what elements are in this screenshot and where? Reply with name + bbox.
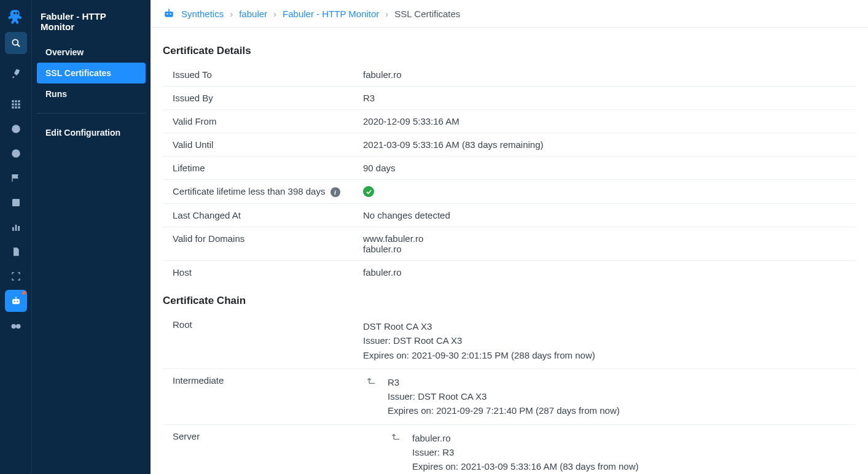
svg-rect-6 bbox=[15, 103, 17, 105]
svg-point-18 bbox=[14, 301, 15, 302]
info-icon[interactable]: i bbox=[330, 187, 340, 197]
label: Certificate lifetime less than 398 days … bbox=[163, 180, 353, 204]
svg-point-12 bbox=[12, 149, 20, 158]
chain-expires: Expires on: 2021-09-30 2:01:15 PM (288 d… bbox=[363, 348, 846, 362]
table-row: Host fabuler.ro bbox=[163, 261, 856, 284]
value: www.fabuler.ro fabuler.ro bbox=[353, 227, 856, 261]
sidebar-title: Fabuler - HTTP Monitor bbox=[32, 7, 151, 42]
certificate-chain-title: Certificate Chain bbox=[163, 295, 856, 307]
table-row: Valid for Domains www.fabuler.ro fabuler… bbox=[163, 227, 856, 261]
domain-value: www.fabuler.ro bbox=[363, 233, 846, 244]
label: Root bbox=[163, 313, 353, 368]
label: Valid Until bbox=[163, 133, 353, 157]
grid-icon[interactable] bbox=[5, 93, 27, 115]
certificate-chain-table: Root DST Root CA X3 Issuer: DST Root CA … bbox=[163, 313, 856, 474]
label: Valid for Domains bbox=[163, 227, 353, 261]
chain-expires: Expires on: 2021-03-09 5:33:16 AM (83 da… bbox=[412, 459, 639, 473]
page-icon[interactable] bbox=[5, 241, 27, 263]
table-row: Lifetime 90 days bbox=[163, 157, 856, 180]
value: fabuler.ro bbox=[353, 63, 856, 87]
label: Issued By bbox=[163, 87, 353, 110]
chevron-right-icon: › bbox=[273, 9, 276, 19]
label-text: Certificate lifetime less than 398 days bbox=[173, 186, 325, 196]
svg-rect-3 bbox=[15, 100, 17, 102]
svg-rect-4 bbox=[18, 100, 20, 102]
sidebar: Fabuler - HTTP Monitor Overview SSL Cert… bbox=[32, 0, 151, 474]
chevron-right-icon: › bbox=[230, 9, 233, 19]
label: Host bbox=[163, 261, 353, 284]
chain-name: R3 bbox=[388, 375, 620, 389]
chain-name: fabuler.ro bbox=[412, 431, 639, 445]
value: DST Root CA X3 Issuer: DST Root CA X3 Ex… bbox=[353, 313, 856, 368]
svg-rect-15 bbox=[15, 225, 17, 231]
chevron-right-icon: › bbox=[385, 9, 388, 19]
value: fabuler.ro Issuer: R3 Expires on: 2021-0… bbox=[353, 424, 856, 474]
domain-value: fabuler.ro bbox=[363, 244, 846, 254]
breadcrumb: Synthetics › fabuler › Fabuler - HTTP Mo… bbox=[151, 0, 868, 28]
icon-rail bbox=[0, 0, 32, 474]
breadcrumb-icon bbox=[163, 7, 175, 20]
svg-point-24 bbox=[166, 14, 168, 15]
value: 2021-03-09 5:33:16 AM (83 days remaining… bbox=[353, 133, 856, 157]
table-row: Last Changed At No changes detected bbox=[163, 204, 856, 227]
sidebar-item-edit-config[interactable]: Edit Configuration bbox=[37, 122, 146, 143]
svg-rect-14 bbox=[12, 227, 14, 231]
svg-rect-20 bbox=[15, 297, 17, 299]
svg-rect-17 bbox=[12, 299, 20, 304]
binoculars-icon[interactable] bbox=[5, 314, 27, 336]
breadcrumb-current: SSL Certificates bbox=[394, 9, 460, 19]
svg-rect-26 bbox=[168, 9, 170, 12]
value: R3 Issuer: DST Root CA X3 Expires on: 20… bbox=[353, 368, 856, 424]
table-row: Server fabuler.ro Issuer: R3 Expires on:… bbox=[163, 424, 856, 474]
svg-point-11 bbox=[12, 125, 20, 133]
svg-rect-7 bbox=[18, 103, 20, 105]
label: Server bbox=[163, 424, 353, 474]
rocket-icon[interactable] bbox=[5, 63, 27, 85]
logo-icon[interactable] bbox=[5, 6, 27, 28]
label: Last Changed At bbox=[163, 204, 353, 227]
svg-point-19 bbox=[17, 301, 18, 302]
table-row: Valid Until 2021-03-09 5:33:16 AM (83 da… bbox=[163, 133, 856, 157]
table-row: Valid From 2020-12-09 5:33:16 AM bbox=[163, 110, 856, 133]
certificate-details-table: Issued To fabuler.ro Issued By R3 Valid … bbox=[163, 63, 856, 284]
chain-issuer: Issuer: DST Root CA X3 bbox=[388, 389, 620, 403]
scan-icon[interactable] bbox=[5, 265, 27, 287]
value: R3 bbox=[353, 87, 856, 110]
label: Issued To bbox=[163, 63, 353, 87]
svg-point-22 bbox=[16, 324, 21, 329]
globe-icon[interactable] bbox=[5, 118, 27, 140]
sidebar-divider bbox=[37, 113, 146, 114]
svg-line-1 bbox=[17, 44, 20, 47]
synthetics-icon[interactable] bbox=[5, 290, 27, 312]
svg-rect-5 bbox=[12, 103, 14, 105]
main-content: Synthetics › fabuler › Fabuler - HTTP Mo… bbox=[151, 0, 868, 474]
table-row: Intermediate R3 Issuer: DST Root CA X3 E… bbox=[163, 368, 856, 424]
svg-rect-10 bbox=[18, 106, 20, 108]
table-row: Issued By R3 bbox=[163, 87, 856, 110]
alert-icon[interactable] bbox=[5, 142, 27, 165]
barchart-icon[interactable] bbox=[5, 216, 27, 238]
sidebar-item-overview[interactable]: Overview bbox=[37, 42, 146, 63]
svg-rect-13 bbox=[12, 199, 20, 206]
value: fabuler.ro bbox=[353, 261, 856, 284]
value: 2020-12-09 5:33:16 AM bbox=[353, 110, 856, 133]
flag-icon[interactable] bbox=[5, 167, 27, 189]
label: Valid From bbox=[163, 110, 353, 133]
table-row: Root DST Root CA X3 Issuer: DST Root CA … bbox=[163, 313, 856, 368]
label: Lifetime bbox=[163, 157, 353, 180]
chain-name: DST Root CA X3 bbox=[363, 319, 846, 333]
label: Intermediate bbox=[163, 368, 353, 424]
breadcrumb-link[interactable]: Synthetics bbox=[181, 9, 224, 19]
certificate-details-title: Certificate Details bbox=[163, 45, 856, 57]
chain-arrow-icon bbox=[391, 431, 401, 441]
svg-point-25 bbox=[170, 14, 171, 15]
value bbox=[353, 180, 856, 204]
breadcrumb-link[interactable]: Fabuler - HTTP Monitor bbox=[283, 9, 379, 19]
search-icon[interactable] bbox=[5, 32, 27, 54]
breadcrumb-link[interactable]: fabuler bbox=[239, 9, 267, 19]
sidebar-item-runs[interactable]: Runs bbox=[37, 84, 146, 104]
sidebar-item-ssl[interactable]: SSL Certificates bbox=[37, 63, 146, 84]
chain-issuer: Issuer: DST Root CA X3 bbox=[363, 333, 846, 348]
dashboard-icon[interactable] bbox=[5, 192, 27, 214]
svg-rect-23 bbox=[165, 12, 173, 17]
